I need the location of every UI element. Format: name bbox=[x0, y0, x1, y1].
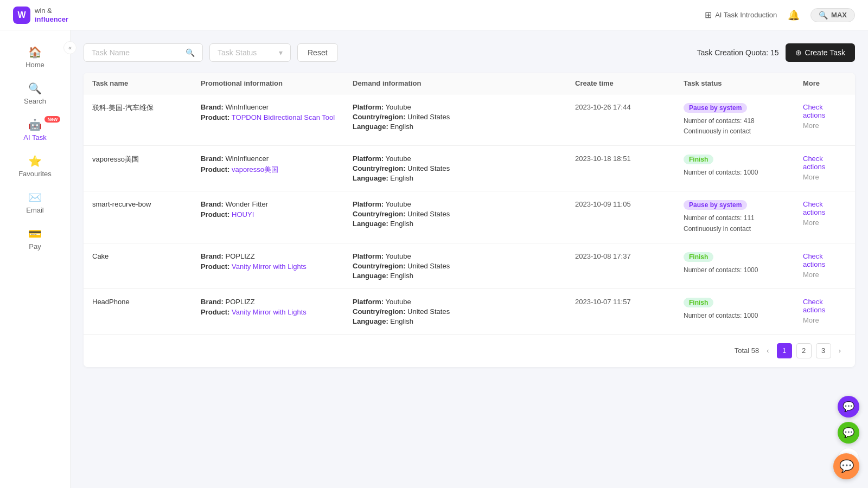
check-actions-link[interactable]: Checkactions bbox=[803, 103, 846, 119]
topnav-right: ⊞ AI Task Introduction 🔔 🔍 MAX bbox=[705, 8, 855, 22]
task-status-filter[interactable]: Task Status ▾ bbox=[209, 43, 291, 62]
more-link[interactable]: More bbox=[803, 219, 846, 227]
check-actions-link[interactable]: Checkactions bbox=[803, 155, 846, 171]
product-link[interactable]: TOPDON Bidirectional Scan Tool bbox=[232, 113, 335, 121]
status-cell: Finish Number of contacts: 1000 bbox=[684, 155, 803, 178]
chat-float-button[interactable]: 💬 bbox=[838, 396, 859, 418]
contact-info: Number of contacts: 1000 bbox=[684, 265, 803, 275]
product-link[interactable]: HOUYI bbox=[232, 210, 254, 219]
col-task-status: Task status bbox=[684, 79, 803, 87]
main-float-button[interactable]: 💬 bbox=[833, 453, 859, 479]
sidebar-collapse-button[interactable]: « bbox=[63, 41, 76, 54]
sidebar-item-favourites[interactable]: ⭐ Favourites bbox=[0, 148, 70, 184]
contact-info: Number of contacts: 418Continuously in c… bbox=[684, 116, 803, 137]
page-3-button[interactable]: 3 bbox=[816, 343, 831, 358]
ai-task-intro-button[interactable]: ⊞ AI Task Introduction bbox=[705, 10, 777, 20]
table-row: smart-recurve-bow Brand: Wonder Fitter P… bbox=[84, 191, 855, 243]
task-name-cell: 联科-美国-汽车维保 bbox=[92, 103, 201, 113]
main-content: Task Name 🔍 Task Status ▾ Reset Task Cre… bbox=[71, 30, 868, 488]
task-name-cell: HeadPhone bbox=[92, 298, 201, 306]
table-row: 联科-美国-汽车维保 Brand: WinInfluencer Product:… bbox=[84, 94, 855, 146]
sidebar-item-search[interactable]: 🔍 Search bbox=[0, 75, 70, 112]
pagination: Total 58 ‹ 1 2 3 › bbox=[84, 334, 855, 367]
plus-icon: ⊕ bbox=[795, 48, 802, 57]
status-cell: Finish Number of contacts: 1000 bbox=[684, 252, 803, 275]
notification-bell-icon[interactable]: 🔔 bbox=[788, 9, 800, 21]
product-link[interactable]: Vanity Mirror with Lights bbox=[232, 308, 307, 316]
user-avatar[interactable]: 🔍 MAX bbox=[810, 8, 855, 22]
create-task-button[interactable]: ⊕ Create Task bbox=[786, 43, 855, 62]
table-body: 联科-美国-汽车维保 Brand: WinInfluencer Product:… bbox=[84, 94, 855, 334]
sidebar-item-email[interactable]: ✉️ Email bbox=[0, 184, 70, 221]
favourites-icon: ⭐ bbox=[28, 155, 42, 168]
search-filter-icon: 🔍 bbox=[186, 48, 195, 57]
sidebar-item-ai-task[interactable]: New 🤖 AI Task bbox=[0, 112, 70, 148]
tasks-table: Task name Promotional information Demand… bbox=[84, 73, 855, 367]
col-create-time: Create time bbox=[575, 79, 684, 87]
pagination-prev[interactable]: ‹ bbox=[763, 345, 772, 356]
status-badge: Pause by system bbox=[684, 200, 747, 210]
sidebar-item-pay[interactable]: 💳 Pay bbox=[0, 221, 70, 257]
task-status-placeholder: Task Status bbox=[218, 48, 257, 57]
task-name-cell: smart-recurve-bow bbox=[92, 200, 201, 208]
task-name-placeholder: Task Name bbox=[92, 48, 130, 57]
contact-info: Number of contacts: 1000 bbox=[684, 168, 803, 178]
check-actions-link[interactable]: Checkactions bbox=[803, 298, 846, 314]
demand-info-cell: Platform: Youtube Country/region: United… bbox=[353, 200, 575, 228]
new-badge: New bbox=[44, 116, 60, 123]
brand-label: Brand: POPLIZZ bbox=[201, 298, 353, 306]
create-time-cell: 2023-10-07 11:57 bbox=[575, 298, 684, 306]
reset-button[interactable]: Reset bbox=[297, 43, 338, 62]
pagination-next[interactable]: › bbox=[835, 345, 844, 356]
check-actions-link[interactable]: Checkactions bbox=[803, 252, 846, 268]
sidebar-item-favourites-label: Favourites bbox=[18, 170, 52, 178]
contact-info: Number of contacts: 1000 bbox=[684, 311, 803, 321]
table-header: Task name Promotional information Demand… bbox=[84, 73, 855, 94]
create-time-cell: 2023-10-18 18:51 bbox=[575, 155, 684, 163]
table-row: vaporesso美国 Brand: WinInfluencer Product… bbox=[84, 146, 855, 191]
product-label: Product: HOUYI bbox=[201, 210, 353, 219]
demand-info-cell: Platform: Youtube Country/region: United… bbox=[353, 103, 575, 131]
page-2-button[interactable]: 2 bbox=[796, 343, 812, 358]
product-link[interactable]: Vanity Mirror with Lights bbox=[232, 262, 307, 271]
promo-info-cell: Brand: Wonder Fitter Product: HOUYI bbox=[201, 200, 353, 219]
sidebar-item-ai-task-label: AI Task bbox=[23, 133, 46, 142]
more-link[interactable]: More bbox=[803, 173, 846, 181]
product-label: Product: TOPDON Bidirectional Scan Tool bbox=[201, 113, 353, 121]
logo: W win & influencer bbox=[13, 7, 68, 24]
more-link[interactable]: More bbox=[803, 121, 846, 130]
task-name-cell: vaporesso美国 bbox=[92, 155, 201, 164]
filters-bar: Task Name 🔍 Task Status ▾ Reset Task Cre… bbox=[84, 43, 855, 62]
brand-label: Brand: POPLIZZ bbox=[201, 252, 353, 260]
promo-info-cell: Brand: WinInfluencer Product: vaporesso美… bbox=[201, 155, 353, 175]
page-1-button[interactable]: 1 bbox=[777, 343, 792, 358]
sidebar-item-search-label: Search bbox=[24, 97, 46, 105]
more-link[interactable]: More bbox=[803, 271, 846, 279]
promo-info-cell: Brand: WinInfluencer Product: TOPDON Bid… bbox=[201, 103, 353, 121]
demand-info-cell: Platform: Youtube Country/region: United… bbox=[353, 298, 575, 325]
brand-label: Brand: WinInfluencer bbox=[201, 155, 353, 163]
sidebar-item-home[interactable]: 🏠 Home bbox=[0, 39, 70, 75]
home-icon: 🏠 bbox=[28, 46, 42, 59]
product-link[interactable]: vaporesso美国 bbox=[232, 165, 278, 174]
product-label: Product: vaporesso美国 bbox=[201, 165, 353, 175]
pay-icon: 💳 bbox=[28, 227, 42, 240]
status-badge: Finish bbox=[684, 298, 713, 307]
status-cell: Pause by system Number of contacts: 418C… bbox=[684, 103, 803, 137]
more-link[interactable]: More bbox=[803, 316, 846, 324]
sidebar-item-pay-label: Pay bbox=[29, 242, 41, 251]
top-navigation: W win & influencer ⊞ AI Task Introductio… bbox=[0, 0, 868, 30]
wechat-float-button[interactable]: 💬 bbox=[838, 422, 859, 444]
sidebar-item-email-label: Email bbox=[26, 206, 44, 214]
task-name-filter[interactable]: Task Name 🔍 bbox=[84, 43, 203, 62]
promo-info-cell: Brand: POPLIZZ Product: Vanity Mirror wi… bbox=[201, 298, 353, 316]
product-label: Product: Vanity Mirror with Lights bbox=[201, 308, 353, 316]
col-task-name: Task name bbox=[92, 79, 201, 87]
logo-icon: W bbox=[13, 7, 30, 24]
check-actions-link[interactable]: Checkactions bbox=[803, 200, 846, 216]
logo-text: win & influencer bbox=[35, 7, 68, 23]
task-name-cell: Cake bbox=[92, 252, 201, 260]
email-icon: ✉️ bbox=[28, 191, 42, 204]
col-more: More bbox=[803, 79, 846, 87]
brand-label: Brand: WinInfluencer bbox=[201, 103, 353, 111]
